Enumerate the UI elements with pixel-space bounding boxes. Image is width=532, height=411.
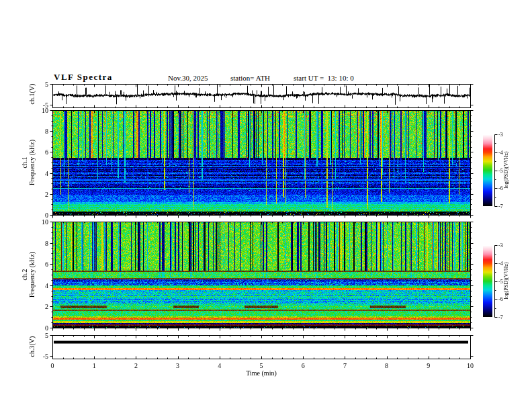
colorbar2-label: log(PSD)(V²/Hz) bbox=[502, 262, 510, 299]
tick-label: -3 bbox=[498, 132, 503, 138]
tick-label: 8 bbox=[385, 362, 388, 369]
tick-label: -4 bbox=[498, 150, 503, 156]
tick-label: 4 bbox=[45, 281, 48, 289]
tick-label: 0 bbox=[45, 324, 48, 332]
axes-overlay bbox=[0, 0, 532, 411]
tick-label: -5 bbox=[498, 279, 503, 285]
tick-label: -4 bbox=[498, 261, 503, 267]
tick-label: 8 bbox=[45, 128, 48, 135]
ch1-label-channel: ch.1 bbox=[21, 140, 28, 185]
tick-label: 5 bbox=[260, 362, 263, 369]
tick-label: 5 bbox=[45, 81, 48, 88]
tick-label: -5 bbox=[498, 168, 503, 174]
tick-label: -6 bbox=[498, 296, 503, 302]
tick-label: -7 bbox=[498, 203, 503, 210]
tick-label: 6 bbox=[45, 261, 48, 268]
tick-label: 10 bbox=[42, 218, 48, 226]
ch1-frequency-axis-label: ch.1 Frequency (kHz) bbox=[21, 140, 36, 185]
ch2-label-channel: ch.2 bbox=[21, 252, 28, 298]
ch2-label-frequency: Frequency (kHz) bbox=[28, 252, 36, 298]
tick-label: 10 bbox=[42, 107, 48, 114]
tick-label: -5 bbox=[43, 353, 48, 360]
ch1-label-frequency: Frequency (kHz) bbox=[28, 140, 36, 185]
tick-label: -7 bbox=[498, 314, 503, 320]
tick-label: 4 bbox=[45, 169, 48, 177]
ch3-voltage-axis-label: ch.3(V) bbox=[28, 336, 36, 357]
time-axis-label: Time (min) bbox=[246, 369, 276, 377]
tick-label: 7 bbox=[343, 362, 347, 369]
tick-label: 1 bbox=[93, 362, 96, 369]
tick-label: 2 bbox=[134, 362, 138, 369]
tick-label: 0 bbox=[51, 362, 54, 369]
ch1-voltage-axis-label: ch.1(V) bbox=[28, 84, 36, 105]
tick-label: 4 bbox=[218, 362, 221, 369]
ch2-frequency-axis-label: ch.2 Frequency (kHz) bbox=[21, 252, 36, 298]
tick-label: 10 bbox=[467, 362, 474, 369]
colorbar1-label: log(PSD)(V²/Hz) bbox=[502, 151, 510, 188]
tick-label: 5 bbox=[45, 332, 48, 339]
tick-label: 2 bbox=[45, 190, 48, 197]
tick-label: 6 bbox=[302, 362, 305, 369]
vlf-spectra-figure: VLF Spectra Nov.30, 2025 station= ATH st… bbox=[0, 0, 532, 411]
tick-label: -6 bbox=[498, 185, 503, 191]
tick-label: 3 bbox=[176, 362, 179, 369]
tick-label: -3 bbox=[498, 242, 503, 248]
tick-label: 6 bbox=[45, 148, 48, 156]
tick-label: 2 bbox=[45, 303, 48, 310]
tick-label: 9 bbox=[427, 362, 430, 369]
tick-label: 8 bbox=[45, 239, 48, 246]
